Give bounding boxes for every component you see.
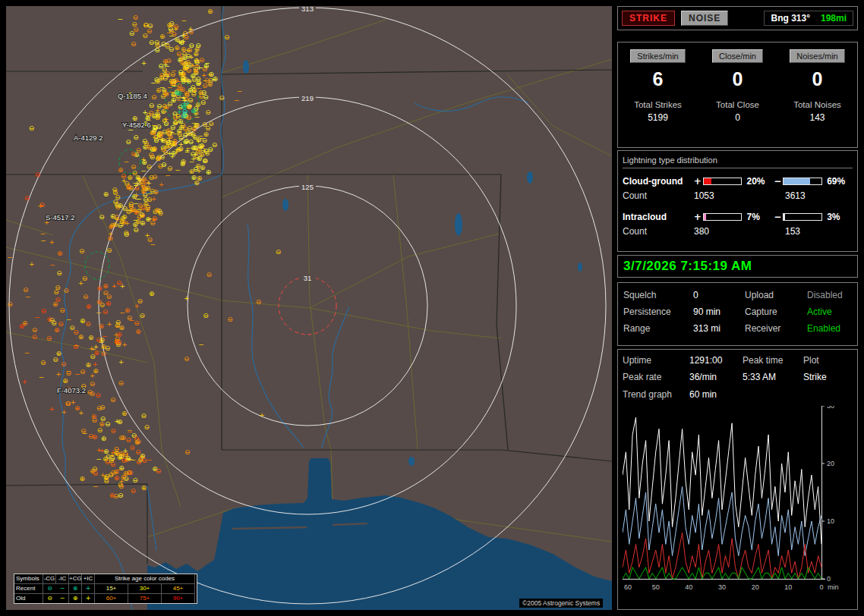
- trend-window-value: 60 min: [689, 389, 717, 400]
- strike-symbol: +: [259, 411, 265, 419]
- total-noises-label: Total Noises: [777, 100, 857, 109]
- strike-symbol: +: [111, 282, 117, 290]
- strike-symbol: ⊕: [109, 492, 115, 499]
- squelch-value: 0: [693, 290, 745, 300]
- strike-symbol: −: [127, 206, 133, 214]
- strike-symbol: ⊖: [102, 289, 109, 297]
- ic-positive-pct: 7%: [745, 212, 772, 222]
- close-per-min-button[interactable]: Close/min: [712, 49, 763, 63]
- plus-sign: +: [692, 212, 703, 222]
- strike-symbol: −: [93, 482, 99, 490]
- strike-symbol: ⊖: [131, 150, 137, 158]
- strike-symbol: +: [49, 238, 55, 246]
- strike-symbol: ⊖: [161, 161, 167, 168]
- strike-symbol: −: [117, 15, 123, 23]
- receiver-label: Receiver: [745, 323, 807, 334]
- noise-indicator[interactable]: NOISE: [681, 11, 728, 26]
- strike-symbol: ⊖: [46, 335, 52, 342]
- persistence-value: 90 min: [693, 306, 745, 317]
- strike-symbol: ⊕: [98, 322, 104, 330]
- strike-symbol: ⊖: [99, 213, 105, 221]
- strike-symbol: ⊕: [149, 290, 155, 297]
- recent-pos-ic-icon: +: [82, 584, 95, 594]
- strike-symbol: +: [163, 115, 169, 123]
- strike-symbol: ⊕: [55, 350, 61, 357]
- strike-symbol: ⊕: [57, 250, 63, 257]
- strike-indicator[interactable]: STRIKE: [622, 11, 675, 26]
- strike-symbol: ⊖: [162, 90, 168, 97]
- strike-symbol: −: [198, 341, 204, 348]
- range-label: Range: [623, 323, 693, 334]
- strike-symbol: ⊖: [90, 390, 96, 398]
- cg-negative-count: 3613: [773, 190, 806, 201]
- strike-symbol: ⊖: [118, 434, 125, 442]
- strike-symbol: ⊕: [182, 64, 188, 72]
- strike-symbol: ⊕: [52, 300, 58, 308]
- strikes-per-min-button[interactable]: Strikes/min: [630, 49, 685, 63]
- strike-symbol: −: [40, 237, 46, 244]
- strike-symbol: ⊖: [90, 380, 96, 388]
- strike-symbol: ⊕: [181, 158, 187, 165]
- strike-symbol: ⊖: [132, 476, 138, 484]
- app-window: { "colors": { "panel_border": "#7d7d7d",…: [0, 0, 864, 616]
- clock-box: 3/7/2026 7:15:19 AM: [617, 255, 858, 278]
- ic-negative-count: 153: [773, 226, 800, 237]
- strike-symbol: −: [133, 216, 139, 224]
- strike-symbol: ⊕: [107, 234, 113, 242]
- strike-symbol: ⊕: [118, 202, 124, 209]
- old-neg-cg-icon: ⊖: [43, 594, 56, 603]
- map-canvas: 31321912531 ⊖⊖⊖⊕⊕⊕++⊕⊕⊕−+⊖⊖⊖⊖⊖⊕+⊖⊕+⊕⊖⊖−⊖…: [6, 6, 612, 610]
- strike-symbol: ⊖: [35, 171, 41, 178]
- status-box: Squelch 0 Upload Disabled Persistence 90…: [617, 282, 858, 346]
- y-tick-label: 10: [827, 517, 834, 525]
- strike-symbol: ⊖: [136, 146, 142, 154]
- y-tick-label: 30: [827, 406, 834, 410]
- cloud-ground-count-row: Count 1053 3613: [623, 188, 853, 203]
- legend-col-neg-ic: -IC: [56, 574, 69, 584]
- strike-symbol: ⊖: [118, 379, 125, 387]
- capture-status: Active: [807, 306, 852, 317]
- legend-col-neg-cg: -CG: [43, 574, 56, 584]
- noises-per-min-button[interactable]: Noises/min: [790, 49, 844, 63]
- x-tick-label: 30: [718, 583, 726, 591]
- strike-symbol: ⊕: [96, 284, 102, 292]
- strike-symbol: ⊕: [22, 319, 28, 327]
- legend-col-pos-ic: +IC: [82, 574, 95, 584]
- strike-symbol: ⊕: [85, 361, 91, 369]
- strike-symbol: ⊕: [79, 475, 85, 482]
- strike-symbol: ⊖: [23, 286, 29, 294]
- x-axis-unit: min: [828, 583, 839, 591]
- strike-symbol: ⊖: [157, 132, 163, 140]
- x-tick-label: 0: [819, 583, 823, 591]
- strike-symbol: +: [189, 53, 195, 61]
- strike-symbol: ⊖: [59, 306, 65, 314]
- strike-symbol: ⊕: [200, 164, 206, 171]
- strike-symbol: ⊖: [143, 196, 149, 203]
- peak-time-label: Peak time: [743, 355, 803, 366]
- ic-negative-pct: 3%: [825, 212, 853, 222]
- strike-symbol: ⊖: [227, 316, 233, 323]
- strike-symbol: ⊖: [160, 146, 166, 153]
- strike-symbol: −: [147, 456, 153, 464]
- strike-symbol: ⊕: [197, 155, 203, 162]
- strike-symbol: ⊖: [208, 120, 214, 127]
- age-code-30: 30+: [128, 584, 162, 594]
- strike-symbol: ⊕: [144, 206, 150, 213]
- age-code-15: 15+: [95, 584, 128, 594]
- persistence-label: Persistence: [623, 306, 693, 317]
- strike-symbol: ⊖: [151, 93, 157, 101]
- strike-symbol: ⊖: [130, 487, 136, 495]
- storm-cell-label: Q-1185.4: [118, 92, 147, 100]
- recent-neg-cg-icon: ⊖: [43, 584, 56, 594]
- strike-symbol: ⊖: [125, 138, 131, 146]
- strike-symbol: ⊕: [91, 413, 97, 420]
- strike-symbol: ⊕: [113, 449, 119, 457]
- plot-label: Plot: [803, 355, 853, 366]
- age-code-90: 90+: [162, 594, 195, 603]
- strike-symbol: ⊕: [197, 174, 203, 182]
- strike-symbol: ⊖: [205, 108, 211, 116]
- lightning-map[interactable]: 31321912531 ⊖⊖⊖⊕⊕⊕++⊕⊕⊕−+⊖⊖⊖⊖⊖⊕+⊖⊕+⊕⊖⊖−⊖…: [6, 6, 612, 610]
- strike-symbol: ⊖: [152, 173, 158, 181]
- trend-graph: 01020306050403020100min: [623, 406, 853, 596]
- strikes-column: Strikes/min 6 Total Strikes 5199: [618, 49, 698, 147]
